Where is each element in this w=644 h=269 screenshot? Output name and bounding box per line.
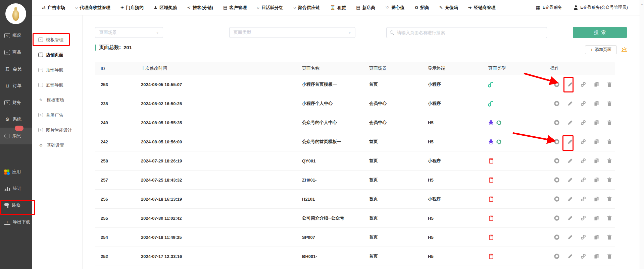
submenu-item-template-mgmt[interactable]: ≡模板管理 [32,32,82,47]
view-icon[interactable] [554,234,560,240]
delete-icon[interactable] [606,139,612,145]
nav-love-value[interactable]: ♡爱心值 [385,5,404,11]
alarm-bell-icon[interactable] [621,46,628,54]
edit-icon[interactable] [567,177,573,183]
edit-icon[interactable] [567,234,573,240]
edit-icon[interactable] [567,253,573,259]
link-icon[interactable] [580,215,586,221]
copy-icon[interactable] [593,158,599,164]
copy-icon[interactable] [593,253,599,259]
delete-icon[interactable] [606,120,612,126]
copy-icon[interactable] [593,215,599,221]
link-icon[interactable] [580,100,586,107]
sidebar-item-export[interactable]: ↓ 导出下载 [0,214,32,230]
link-icon[interactable] [580,81,586,87]
link-icon[interactable] [580,177,586,183]
link-icon[interactable] [580,139,586,145]
custom-page-icon [488,158,494,164]
delete-icon[interactable] [606,253,612,259]
page-scrollbar[interactable]: ▲ [640,0,644,269]
edit-icon[interactable] [567,100,573,107]
cell-time: 2024-08-05 10:55:35 [141,120,302,125]
copy-icon[interactable] [593,234,599,240]
view-icon[interactable] [554,215,560,221]
nav-rental[interactable]: ⌛租赁 [330,5,346,11]
sidebar-item-overview[interactable]: ∿ 概况 [0,27,32,44]
copy-icon[interactable] [593,196,599,202]
delete-icon[interactable] [606,196,612,202]
sidebar-item-orders[interactable]: ⊔ 订单 [0,77,32,94]
nav-store-booking[interactable]: ✈门店预约 [120,5,144,11]
submenu-item-image-ai[interactable]: ✎图片智能设计 [32,123,82,138]
copy-icon[interactable] [593,81,599,87]
sidebar-item-goods[interactable]: ⌣ 商品 [0,44,32,61]
copy-icon[interactable] [593,100,599,107]
submenu-item-top-nav[interactable]: ⋯顶部导航 [32,62,82,77]
sidebar-item-messages[interactable]: ⋯ 消息 ... [0,128,32,144]
nav-supply-chain[interactable]: ○聚合供应链 [293,5,320,11]
sidebar-item-stats[interactable]: 统计 [0,180,32,197]
edit-icon[interactable] [567,215,573,221]
link-icon[interactable] [580,158,586,164]
edit-icon[interactable] [567,196,573,202]
delete-icon[interactable] [606,234,612,240]
nav-customer-mgmt[interactable]: ▤客户管理 [223,5,247,11]
account-menu[interactable]: E企盈服务(公众号管理员) [574,5,628,10]
delete-icon[interactable] [606,215,612,221]
link-icon[interactable] [580,196,586,202]
submenu-item-bottom-nav[interactable]: …底部导航 [32,77,82,92]
header-actions: 操作 [550,65,615,71]
submenu-item-splash-ad[interactable]: ✎首屏广告 [32,108,82,123]
heart-icon: ♡ [385,5,389,10]
copy-icon[interactable] [593,139,599,145]
nav-ad-market[interactable]: ⇄广告市场 [42,5,65,11]
add-page-button[interactable]: + 添加页面 [585,45,617,54]
nav-daily-dividend[interactable]: ○日活跃分红 [257,5,283,11]
search-button[interactable]: 搜索 [573,27,627,38]
view-icon[interactable] [554,81,560,87]
view-icon[interactable] [554,253,560,259]
delete-icon[interactable] [606,100,612,107]
nav-recharge-code[interactable]: ✎充值码 [439,5,458,11]
link-icon[interactable] [580,234,586,240]
cell-scene: 首页 [369,253,428,259]
view-icon[interactable] [554,196,560,202]
nav-investment[interactable]: ♻招商 [414,5,429,11]
view-icon[interactable] [554,139,560,145]
submenu-item-basic-settings[interactable]: ⚙基础设置 [32,138,82,153]
link-icon[interactable] [580,253,586,259]
magic-wand-icon: ✎ [38,98,44,103]
nav-agent-revenue[interactable]: ○代理商收益管理 [75,5,110,11]
submenu-item-shop-pages[interactable]: ¯店铺页面 [32,47,82,62]
delete-icon[interactable] [606,158,612,164]
delete-icon[interactable] [606,81,612,87]
copy-icon[interactable] [593,120,599,126]
page-scene-select[interactable]: 页面场景 ∨ [95,27,163,38]
sidebar-item-members[interactable]: ♊ 会员 [0,61,32,77]
view-icon[interactable] [554,100,560,107]
edit-icon[interactable] [567,120,573,126]
edit-icon[interactable] [567,158,573,164]
view-icon[interactable] [554,177,560,183]
sidebar-item-finance[interactable]: ¥ 财务 [0,94,32,111]
nav-new-store[interactable]: ▤新店商 [356,5,375,11]
view-icon[interactable] [554,120,560,126]
edit-icon[interactable] [567,139,573,145]
view-icon[interactable] [554,158,560,164]
link-icon[interactable] [580,120,586,126]
submenu-item-template-market[interactable]: ✎模板市场 [32,92,82,108]
edit-icon[interactable] [567,81,573,87]
delete-icon[interactable] [606,177,612,183]
sidebar-item-decorate[interactable]: 装修 [0,197,32,214]
sidebar-item-apps[interactable]: 应用 [0,163,32,180]
service-menu[interactable]: ▦E企盈服务 [536,5,562,10]
store-logo[interactable] [5,3,26,24]
search-input[interactable] [397,30,543,35]
scroll-up-arrow[interactable]: ▲ [640,0,644,6]
copy-icon[interactable] [593,177,599,183]
nav-distribution[interactable]: ≺推客(分销) [187,5,213,11]
nav-region-reward[interactable]: ♟区域奖励 [154,5,177,11]
page-type-select[interactable]: 页面类型 ∨ [229,27,355,38]
nav-dealer-mgmt[interactable]: ➔经销商管理 [468,5,496,11]
sidebar-item-system[interactable]: ⚙ 系统 [0,111,32,128]
